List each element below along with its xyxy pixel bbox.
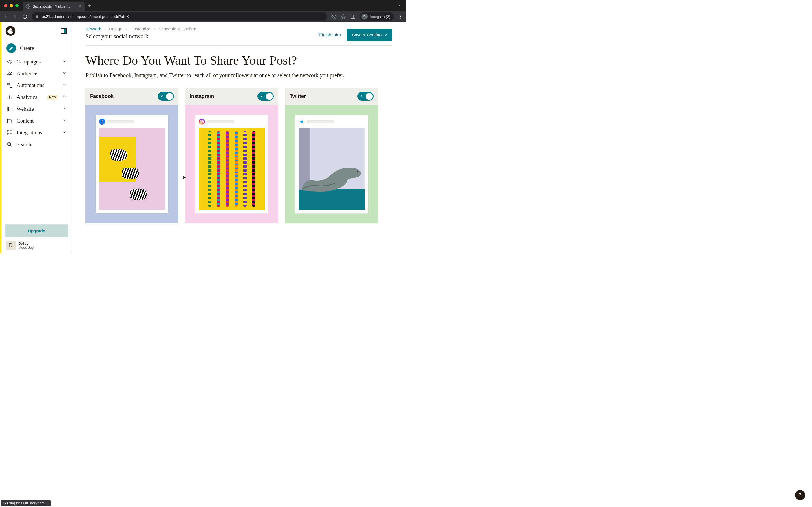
network-cards: Facebook f (86, 88, 393, 223)
sidebar-item-website[interactable]: Website (4, 103, 69, 115)
instagram-toggle[interactable] (257, 92, 274, 101)
network-title: Twitter (290, 94, 306, 100)
address-bar[interactable]: us21.admin.mailchimp.com/social-posts/ed… (32, 12, 327, 21)
svg-rect-24 (7, 133, 9, 135)
panel-icon[interactable] (350, 14, 356, 19)
tabs-overflow-icon[interactable] (398, 3, 406, 8)
sidebar-item-search[interactable]: Search (4, 138, 69, 151)
chevron-down-icon (63, 83, 66, 88)
back-button[interactable] (3, 14, 8, 19)
content-icon (6, 118, 13, 124)
page-subtitle: Select your social network (86, 33, 196, 40)
chevron-down-icon (63, 130, 66, 135)
page-description: Publish to Facebook, Instagram, and Twit… (86, 72, 393, 78)
svg-point-11 (10, 30, 11, 31)
breadcrumb-step-schedule[interactable]: Schedule & Confirm (159, 26, 196, 31)
lock-icon (36, 14, 39, 19)
browser-toolbar: us21.admin.mailchimp.com/social-posts/ed… (0, 11, 406, 22)
main-content: Network › Design › Customize › Schedule … (72, 22, 406, 253)
breadcrumb-step-design[interactable]: Design (109, 26, 122, 31)
sidebar-item-content[interactable]: Content (4, 115, 69, 127)
browser-tab-strip: Social posts | Mailchimp × + (0, 0, 406, 11)
browser-tab[interactable]: Social posts | Mailchimp × (22, 2, 85, 11)
facebook-toggle[interactable] (158, 92, 174, 101)
close-icon[interactable]: × (79, 4, 81, 9)
svg-point-13 (10, 72, 11, 73)
svg-rect-2 (351, 15, 355, 18)
network-card-facebook: Facebook f (86, 88, 179, 223)
breadcrumb-step-customize[interactable]: Customize (131, 26, 151, 31)
placeholder-bar (107, 120, 134, 123)
sidebar-item-automations[interactable]: Automations (4, 79, 69, 91)
sidebar-nav: Create Campaigns Audience Automations An… (1, 38, 71, 153)
save-continue-button[interactable]: Save & Continue > (347, 29, 393, 41)
audience-icon (6, 70, 13, 76)
sidebar-item-label: Analytics (17, 94, 43, 100)
incognito-badge[interactable]: Incognito (2) (360, 12, 394, 21)
instagram-icon (199, 119, 205, 125)
sidebar-item-label: Search (17, 142, 66, 148)
network-preview-instagram[interactable] (185, 105, 278, 223)
network-card-instagram: Instagram (185, 88, 278, 223)
finish-later-link[interactable]: Finish later (319, 33, 341, 38)
post-image-facebook (99, 128, 165, 210)
sidebar-collapse-button[interactable] (61, 28, 66, 34)
window-close[interactable] (4, 4, 7, 7)
globe-icon (26, 4, 31, 9)
sidebar-item-analytics[interactable]: Analytics New (4, 91, 69, 103)
window-controls (0, 4, 22, 7)
forward-button[interactable] (12, 14, 18, 19)
bookmark-star-icon[interactable] (341, 14, 346, 19)
network-preview-twitter[interactable] (285, 105, 378, 223)
svg-point-29 (201, 121, 203, 122)
network-preview-facebook[interactable]: f (86, 105, 179, 223)
svg-rect-22 (7, 130, 9, 132)
url-text: us21.admin.mailchimp.com/social-posts/ed… (42, 14, 129, 19)
reload-button[interactable] (22, 14, 28, 19)
sidebar-item-audience[interactable]: Audience (4, 68, 69, 79)
svg-rect-23 (10, 130, 12, 132)
sidebar: Create Campaigns Audience Automations An… (1, 22, 72, 253)
svg-point-6 (400, 15, 401, 15)
post-image-instagram (199, 128, 265, 210)
pencil-icon (6, 43, 16, 53)
svg-line-27 (10, 145, 11, 147)
svg-point-26 (8, 143, 11, 146)
website-icon (6, 106, 13, 112)
post-image-twitter (299, 128, 364, 210)
svg-point-12 (8, 72, 9, 73)
sidebar-item-integrations[interactable]: Integrations (4, 127, 69, 138)
svg-rect-15 (10, 86, 12, 88)
incognito-label: Incognito (2) (370, 15, 390, 19)
chevron-right-icon: › (126, 26, 127, 31)
breadcrumb: Network › Design › Customize › Schedule … (86, 26, 196, 31)
svg-point-4 (363, 16, 364, 17)
upgrade-button[interactable]: Upgrade (5, 224, 68, 237)
svg-point-31 (357, 171, 358, 172)
mailchimp-logo[interactable] (5, 26, 15, 36)
page-title: Where Do You Want To Share Your Post? (86, 53, 393, 68)
svg-point-10 (11, 30, 12, 31)
network-title: Instagram (190, 94, 214, 100)
breadcrumb-step-network[interactable]: Network (86, 26, 101, 31)
svg-rect-19 (7, 107, 12, 111)
new-tab-button[interactable]: + (85, 3, 94, 9)
divider (86, 45, 393, 46)
sidebar-item-create[interactable]: Create (4, 41, 69, 56)
sidebar-item-label: Content (17, 118, 59, 124)
window-maximize[interactable] (15, 4, 18, 7)
placeholder-bar (307, 120, 334, 123)
user-account[interactable]: D Daisy Mood Joy (5, 237, 68, 250)
chevron-right-icon: › (154, 26, 155, 31)
twitter-toggle[interactable] (357, 92, 373, 101)
sidebar-item-label: Create (20, 45, 66, 51)
megaphone-icon (6, 59, 13, 65)
eye-off-icon[interactable] (331, 14, 337, 19)
svg-rect-14 (7, 83, 9, 85)
browser-menu-icon[interactable] (398, 14, 403, 19)
svg-point-5 (364, 16, 366, 17)
window-minimize[interactable] (10, 4, 13, 7)
sidebar-item-label: Audience (17, 70, 59, 76)
sidebar-item-campaigns[interactable]: Campaigns (4, 56, 69, 68)
automations-icon (6, 82, 13, 89)
